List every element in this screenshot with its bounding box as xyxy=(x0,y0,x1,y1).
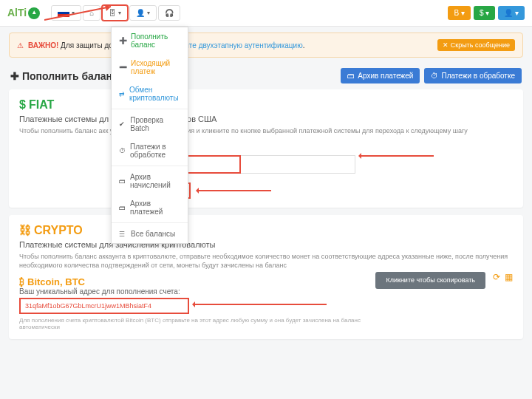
wallet-dropdown: ➕Пополнить баланс ➖Исходящий платеж ⇄Обм… xyxy=(111,27,188,244)
dd-outgoing[interactable]: ➖Исходящий платеж xyxy=(112,54,188,81)
dd-all-balances[interactable]: ☰Все балансы xyxy=(112,225,188,243)
nav-icons: ▾ ⌂ 🗄▾ 👤▾ 🎧 xyxy=(51,5,180,21)
minus-icon: ➖ xyxy=(119,64,126,71)
btc-address-input[interactable] xyxy=(19,298,189,314)
logo-icon xyxy=(28,7,40,19)
home-icon: ⌂ xyxy=(89,9,94,17)
dd-topup[interactable]: ➕Пополнить баланс xyxy=(112,27,188,54)
btn-archive[interactable]: 🗃Архив платежей xyxy=(341,68,420,83)
dd-archive-earn[interactable]: 🗃Архив начислений xyxy=(112,168,188,194)
archive-icon: 🗃 xyxy=(119,204,126,211)
check-icon: ✔ xyxy=(119,120,126,128)
btc-sub: Ваш уникальный адрес для пополнения счет… xyxy=(19,287,368,296)
btn-balance-usd[interactable]: $ ▾ xyxy=(474,6,495,20)
nav-home[interactable]: ⌂ xyxy=(83,5,100,21)
btc-note: Для пополнения счета криптовалютой Bitco… xyxy=(19,317,368,330)
btn-account[interactable]: 👤 ▾ xyxy=(498,6,525,20)
alert-prefix: ВАЖНО! xyxy=(28,41,58,50)
chain-icon: ⛓ xyxy=(19,224,31,237)
fiat-subtitle: Платежные системы дл ой валюты - Долларо… xyxy=(19,115,513,123)
refresh-icon[interactable]: ⟳ xyxy=(493,272,500,282)
crypto-subtitle: Платежные системы для зачисления криптов… xyxy=(19,240,513,249)
dd-processing[interactable]: ⏱Платежи в обработке xyxy=(112,137,188,164)
crypto-desc: Чтобы пополнить баланс аккаунта в крипто… xyxy=(19,252,513,270)
fiat-desc: Чтобы пополнить баланс акк укажите сумму… xyxy=(19,126,513,136)
page-title: ✚ Пополнить баланс xyxy=(10,70,118,82)
archive-icon: 🗃 xyxy=(119,177,126,185)
annotation-arrow-icon xyxy=(197,190,271,191)
support-icon: 🎧 xyxy=(165,9,174,17)
qr-icon[interactable]: ▦ xyxy=(505,272,513,282)
amount-addon xyxy=(241,155,355,174)
exchange-icon: ⇄ xyxy=(119,90,125,98)
bitcoin-icon: ₿ xyxy=(19,276,24,287)
btn-processing[interactable]: ⏱Платежи в обработке xyxy=(424,68,522,83)
user-icon: 👤 xyxy=(136,9,145,17)
clock-icon: ⏱ xyxy=(431,72,438,80)
dd-archive-pay[interactable]: 🗃Архив платежей xyxy=(112,194,188,221)
crypto-title: ⛓CRYPTO xyxy=(19,224,513,237)
alert-2fa: ⚠ ВАЖНО! Для защиты достуожалуйста, вклю… xyxy=(9,33,523,58)
flag-ru-icon xyxy=(58,9,69,17)
annotation-arrow-icon xyxy=(194,304,327,305)
nav-lang[interactable]: ▾ xyxy=(51,5,81,21)
clock-icon: ⏱ xyxy=(119,147,126,154)
copy-address-button[interactable]: Кликните чтобы скопировать xyxy=(375,272,485,290)
nav-right: B ▾ $ ▾ 👤 ▾ xyxy=(448,6,525,20)
page-header: ✚ Пополнить баланс 🗃Архив платежей ⏱Плат… xyxy=(0,64,532,89)
btn-balance-btc[interactable]: B ▾ xyxy=(448,6,470,20)
alert-close-button[interactable]: ✕ Скрыть сообщение xyxy=(437,39,515,51)
wallet-icon: 🗄 xyxy=(109,9,116,17)
annotation-arrow-icon xyxy=(360,155,434,157)
fiat-card: $FIAT Платежные системы дл ой валюты - Д… xyxy=(9,89,523,208)
nav-support[interactable]: 🎧 xyxy=(158,5,180,21)
crypto-card: ⛓CRYPTO Платежные системы для зачисления… xyxy=(9,215,523,339)
nav-wallet[interactable]: 🗄▾ xyxy=(102,5,128,21)
warning-icon: ⚠ xyxy=(17,41,24,50)
archive-icon: 🗃 xyxy=(347,72,355,80)
logo: AlTi xyxy=(7,7,40,19)
btc-title: ₿Bitcoin, BTC xyxy=(19,276,368,287)
dd-exchange[interactable]: ⇄Обмен криптовалюты xyxy=(112,81,188,107)
nav-user[interactable]: 👤▾ xyxy=(129,5,157,21)
fiat-title: $FIAT xyxy=(19,98,513,112)
navbar: AlTi ▾ ⌂ 🗄▾ 👤▾ 🎧 B ▾ $ ▾ 👤 ▾ ➕Пополнить … xyxy=(0,0,532,27)
list-icon: ☰ xyxy=(119,231,126,238)
plus-icon: ➕ xyxy=(119,37,126,44)
dollar-icon: $ xyxy=(19,98,26,112)
dd-batch[interactable]: ✔Проверка Batch xyxy=(112,111,188,137)
